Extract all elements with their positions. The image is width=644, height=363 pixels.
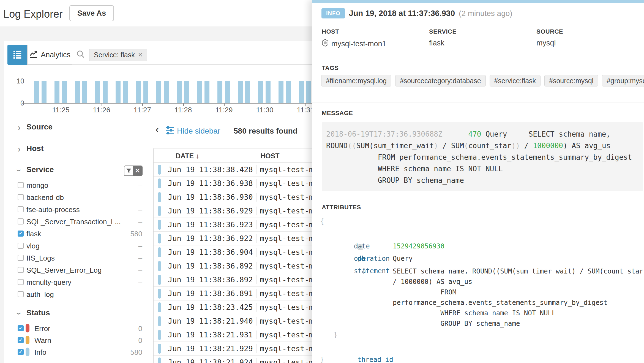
chevron-down-icon: › xyxy=(14,312,24,315)
json-key-thread-id[interactable]: thread_id xyxy=(358,356,393,363)
checkbox[interactable] xyxy=(18,206,24,212)
json-value-statement: SELECT schema_name, ROUND((SUM(sum_timer… xyxy=(393,265,644,329)
facet-item-service[interactable]: mongo– xyxy=(11,179,144,191)
facet-item-label[interactable]: mongo xyxy=(26,181,48,190)
checkbox[interactable]: ✓ xyxy=(18,231,24,237)
facet-section-source[interactable]: › Source xyxy=(11,121,144,133)
table-row[interactable]: Jun 19 11:38:36.929mysql-test-mon1 xyxy=(154,204,314,218)
facet-item-label[interactable]: auth_log xyxy=(26,290,54,299)
row-date: Jun 19 11:38:36.892 xyxy=(168,273,253,286)
save-as-button[interactable]: Save As xyxy=(69,5,114,21)
checkbox[interactable]: ✓ xyxy=(18,325,24,331)
collapse-back-chevron-icon[interactable]: ‹ xyxy=(155,124,159,136)
facet-item-label[interactable]: vlog xyxy=(26,242,40,250)
checkbox[interactable] xyxy=(18,267,24,273)
facet-section-label: Host xyxy=(26,144,43,153)
facet-item-service[interactable]: backend-db– xyxy=(11,191,144,203)
json-key-operation[interactable]: operation xyxy=(354,253,393,265)
facet-item-status[interactable]: ✓Warn0 xyxy=(11,334,144,346)
row-host: mysql-test-mon1 xyxy=(260,287,314,300)
facet-section-host[interactable]: › Host xyxy=(11,143,144,155)
source-value[interactable]: mysql xyxy=(536,39,641,47)
panel-top-strip xyxy=(312,0,644,3)
table-row[interactable]: Jun 19 11:38:21.924mysql-test-mon1 xyxy=(154,356,314,363)
facet-item-count: 0 xyxy=(138,336,142,345)
facet-item-label[interactable]: Error xyxy=(34,324,50,333)
tag-pill[interactable]: #sourcecategory:database xyxy=(395,75,486,86)
facet-item-status[interactable]: ✓Error0 xyxy=(11,322,144,334)
filter-clear-icon[interactable]: ✕ xyxy=(133,166,142,175)
facet-item-service[interactable]: SQL_Server_Error_Log– xyxy=(11,264,144,276)
checkbox[interactable] xyxy=(18,182,24,188)
json-key-date[interactable]: date xyxy=(354,240,393,253)
table-row[interactable]: Jun 19 11:38:38.428mysql-test-mon1 xyxy=(154,163,314,177)
facet-item-label[interactable]: backend-db xyxy=(26,193,64,202)
row-host: mysql-test-mon1 xyxy=(260,204,314,218)
facet-item-service[interactable]: SQL_Server_Transaction_L...– xyxy=(11,215,144,227)
checkbox[interactable] xyxy=(18,279,24,285)
row-host: mysql-test-mon1 xyxy=(260,218,314,231)
search-filter-chip[interactable]: Service: flask × xyxy=(89,49,147,61)
facet-item-service[interactable]: fse-auto-process– xyxy=(11,203,144,215)
facet-section-status[interactable]: › Status xyxy=(11,307,144,319)
facet-item-label[interactable]: mcnulty-query xyxy=(26,278,71,287)
column-header-date[interactable]: DATE ↓ xyxy=(176,152,199,160)
tag-pill[interactable]: #service:flask xyxy=(490,75,541,86)
facet-item-service[interactable]: auth_log– xyxy=(11,288,144,300)
host-value[interactable]: mysql-test-mon1 xyxy=(322,39,426,49)
table-row[interactable]: Jun 19 11:38:36.938mysql-test-mon1 xyxy=(154,177,314,190)
sliders-icon[interactable] xyxy=(165,126,175,136)
column-header-host[interactable]: HOST xyxy=(260,152,279,160)
hide-sidebar-link[interactable]: Hide sidebar xyxy=(177,127,220,136)
table-row[interactable]: Jun 19 11:38:21.929mysql-test-mon1 xyxy=(154,342,314,356)
tag-pill[interactable]: #source:mysql xyxy=(544,75,598,86)
list-view-button[interactable] xyxy=(7,45,27,65)
x-axis-baseline xyxy=(22,103,312,104)
facet-item-label[interactable]: fse-auto-process xyxy=(26,205,80,214)
checkbox[interactable] xyxy=(18,194,24,200)
facet-item-label[interactable]: SQL_Server_Transaction_L... xyxy=(26,218,121,226)
tag-pill[interactable]: #group:mysql-demo xyxy=(602,75,644,86)
checkbox[interactable]: ✓ xyxy=(18,349,24,355)
facet-item-label[interactable]: flask xyxy=(26,230,41,238)
checkbox[interactable] xyxy=(18,255,24,261)
facet-item-label[interactable]: Warn xyxy=(34,336,51,345)
histogram-bar xyxy=(143,81,148,103)
histogram-bar xyxy=(34,81,39,103)
table-row[interactable]: Jun 19 11:38:36.891mysql-test-mon1 xyxy=(154,287,314,300)
facet-item-label[interactable]: SQL_Server_Error_Log xyxy=(26,266,102,275)
analytics-button[interactable]: Analytics xyxy=(27,45,72,65)
checkbox[interactable] xyxy=(18,243,24,249)
facet-item-status[interactable]: ✓Info580 xyxy=(11,346,144,358)
table-row[interactable]: Jun 19 11:38:36.892mysql-test-mon1 xyxy=(154,259,314,273)
table-row[interactable]: Jun 19 11:38:36.892mysql-test-mon1 xyxy=(154,273,314,287)
histogram-bar xyxy=(225,81,230,103)
table-row[interactable]: Jun 19 11:38:21.931mysql-test-mon1 xyxy=(154,328,314,342)
row-date: Jun 19 11:38:36.938 xyxy=(168,177,253,190)
service-value[interactable]: flask xyxy=(429,39,534,47)
table-row[interactable]: Jun 19 11:38:21.940mysql-test-mon1 xyxy=(154,314,314,328)
filter-funnel-icon[interactable] xyxy=(124,166,133,175)
table-row[interactable]: Jun 19 11:38:36.922mysql-test-mon1 xyxy=(154,232,314,245)
facet-item-label[interactable]: Info xyxy=(34,348,46,357)
checkbox[interactable] xyxy=(18,291,24,297)
facet-item-label[interactable]: IIS_Logs xyxy=(26,254,55,262)
table-row[interactable]: Jun 19 11:38:23.425mysql-test-mon1 xyxy=(154,300,314,314)
json-key-statement[interactable]: statement xyxy=(354,265,393,329)
table-row[interactable]: Jun 19 11:38:36.930mysql-test-mon1 xyxy=(154,190,314,204)
facet-item-service[interactable]: vlog– xyxy=(11,240,144,252)
checkbox[interactable]: ✓ xyxy=(18,337,24,343)
filter-chip-close-icon[interactable]: × xyxy=(138,51,143,59)
checkbox[interactable] xyxy=(18,218,24,224)
service-filter-control[interactable]: ✕ xyxy=(124,166,143,176)
facet-item-service[interactable]: mcnulty-query– xyxy=(11,276,144,288)
facet-item-service[interactable]: ✓flask580 xyxy=(11,227,144,240)
search-input[interactable]: Service: flask × xyxy=(72,45,314,65)
tag-pill[interactable]: #filename:mysql.log xyxy=(321,75,391,86)
histogram-bar xyxy=(103,81,108,103)
facet-item-service[interactable]: IIS_Logs– xyxy=(11,252,144,264)
detail-relative-time: (2 minutes ago) xyxy=(459,9,512,18)
table-row[interactable]: Jun 19 11:38:36.904mysql-test-mon1 xyxy=(154,245,314,259)
table-row[interactable]: Jun 19 11:38:36.923mysql-test-mon1 xyxy=(154,218,314,232)
json-db-close-brace: } xyxy=(320,329,642,341)
